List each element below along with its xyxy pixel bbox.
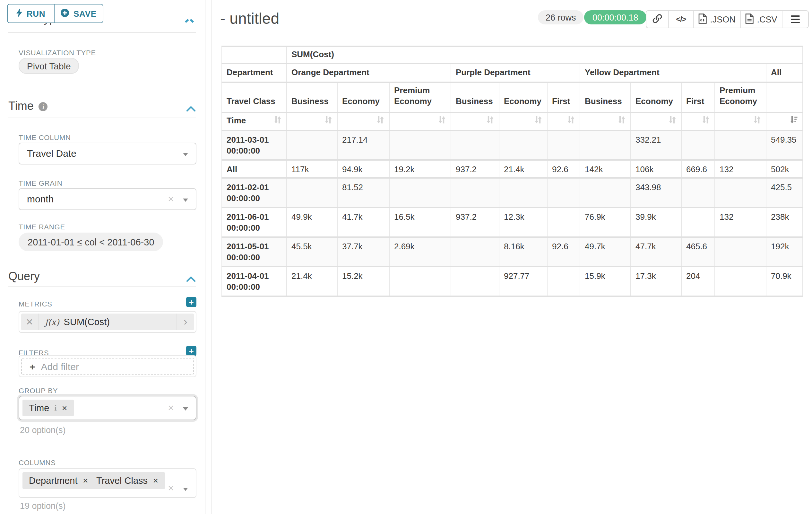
value-cell xyxy=(682,208,715,237)
column-header: Premium Economy xyxy=(715,82,766,112)
value-cell xyxy=(389,267,451,296)
plus-icon: + xyxy=(30,361,35,372)
sort-header-cell[interactable] xyxy=(337,112,389,130)
value-cell: 669.6 xyxy=(682,160,715,178)
group-by-label: GROUP BY xyxy=(19,387,58,395)
sort-header-cell[interactable] xyxy=(451,112,499,130)
value-cell: 132 xyxy=(715,208,766,237)
sort-header-cell[interactable] xyxy=(580,112,631,130)
sort-header-cell[interactable] xyxy=(389,112,451,130)
value-cell: 94.9k xyxy=(337,160,389,178)
info-icon: i xyxy=(39,102,48,111)
section-divider xyxy=(8,286,196,287)
value-cell: 17.3k xyxy=(631,267,682,296)
value-cell: 16.5k xyxy=(389,208,451,237)
columns-tag[interactable]: Travel Class ✕ xyxy=(90,472,165,489)
sort-header-cell[interactable] xyxy=(682,112,715,130)
run-button[interactable]: RUN xyxy=(8,4,55,23)
pivot-table: SUM(Cost)DepartmentOrange DepartmentPurp… xyxy=(222,46,803,297)
add-filter-button[interactable]: + xyxy=(186,346,196,356)
value-cell xyxy=(547,178,580,208)
sort-header-cell[interactable] xyxy=(499,112,547,130)
link-icon xyxy=(652,13,662,25)
column-group-header: All xyxy=(766,63,803,82)
columns-label: COLUMNS xyxy=(19,459,56,466)
remove-tag-icon[interactable]: ✕ xyxy=(153,477,158,484)
sort-icon xyxy=(753,116,761,127)
value-cell: 19.2k xyxy=(389,160,451,178)
row-header: 2011-04-01 00:00:00 xyxy=(222,267,287,296)
export-json-label: .JSON xyxy=(710,15,735,24)
info-icon: i xyxy=(54,403,57,413)
group-by-options-note: 20 option(s) xyxy=(20,425,66,435)
value-cell: 21.4k xyxy=(499,160,547,178)
value-cell: 49.7k xyxy=(580,237,631,267)
table-row: 2011-06-01 00:00:0049.9k41.7k16.5k937.21… xyxy=(222,208,803,237)
chevron-up-icon[interactable] xyxy=(186,273,196,285)
chart-title[interactable]: - untitled xyxy=(220,10,279,28)
value-cell xyxy=(287,130,337,160)
column-header: Economy xyxy=(499,82,547,112)
value-cell xyxy=(451,237,499,267)
value-cell: 41.7k xyxy=(337,208,389,237)
chart-type-collapse-icon[interactable] xyxy=(190,19,194,23)
value-cell: 39.9k xyxy=(631,208,682,237)
caret-down-icon xyxy=(183,407,188,410)
sort-icon xyxy=(702,116,710,127)
time-grain-select[interactable]: month × xyxy=(19,188,196,210)
save-button[interactable]: SAVE xyxy=(55,4,103,23)
add-metric-button[interactable]: + xyxy=(186,297,196,307)
group-by-tag[interactable]: Time i ✕ xyxy=(23,400,74,416)
column-header: Business xyxy=(580,82,631,112)
row-dimension-header: Travel Class xyxy=(222,82,287,112)
sort-desc-icon xyxy=(789,116,798,127)
add-filter-dropzone[interactable]: + Add filter xyxy=(21,358,194,375)
more-options-button[interactable] xyxy=(782,11,808,28)
value-cell: 332.21 xyxy=(631,130,682,160)
value-cell: 70.9k xyxy=(766,267,803,296)
column-group-header: Orange Department xyxy=(287,63,451,82)
value-cell xyxy=(580,130,631,160)
sort-header-cell[interactable] xyxy=(715,112,766,130)
export-json-button[interactable]: .JSON xyxy=(693,11,740,28)
sort-header-cell[interactable] xyxy=(287,112,337,130)
sort-icon xyxy=(567,116,575,127)
sort-header-cell[interactable]: Time xyxy=(222,112,287,130)
pivot-table-container: SUM(Cost)DepartmentOrange DepartmentPurp… xyxy=(222,46,803,297)
sort-header-cell[interactable] xyxy=(547,112,580,130)
plus-circle-icon xyxy=(61,8,70,19)
chevron-right-icon[interactable]: › xyxy=(176,314,194,330)
time-range-value[interactable]: 2011-01-01 ≤ col < 2011-06-30 xyxy=(19,233,163,251)
chevron-up-icon[interactable] xyxy=(186,103,196,114)
filters-control: + Add filter xyxy=(19,355,196,377)
file-csv-icon xyxy=(745,13,754,25)
visualization-type-value[interactable]: Pivot Table xyxy=(19,58,79,74)
value-cell: 76.9k xyxy=(580,208,631,237)
columns-select[interactable]: Department ✕ Travel Class ✕ × xyxy=(19,468,196,498)
metric-pill[interactable]: ✕ ƒ(x) SUM(Cost) › xyxy=(21,314,194,330)
share-link-button[interactable] xyxy=(646,11,668,28)
group-by-select[interactable]: Time i ✕ × xyxy=(19,396,196,420)
lightning-icon xyxy=(17,8,23,19)
remove-tag-icon[interactable]: ✕ xyxy=(62,404,67,412)
view-query-button[interactable]: </> xyxy=(668,11,693,28)
columns-tag[interactable]: Department ✕ xyxy=(23,472,95,489)
metric-name: SUM(Cost) xyxy=(64,317,110,327)
save-button-label: SAVE xyxy=(74,9,96,18)
clear-icon[interactable]: × xyxy=(168,193,174,206)
clear-icon[interactable]: × xyxy=(168,482,174,495)
value-cell xyxy=(451,130,499,160)
column-group-header: Yellow Department xyxy=(580,63,766,82)
row-header: 2011-05-01 00:00:00 xyxy=(222,237,287,267)
sort-header-cell[interactable] xyxy=(766,112,803,130)
value-cell xyxy=(451,178,499,208)
chart-type-collapse-icon[interactable] xyxy=(185,19,189,23)
row-dimension-header: Department xyxy=(222,63,287,82)
export-csv-button[interactable]: .CSV xyxy=(740,11,782,28)
time-column-select[interactable]: Travel Date xyxy=(19,143,196,164)
remove-tag-icon[interactable]: ✕ xyxy=(83,477,89,484)
remove-metric-icon[interactable]: ✕ xyxy=(21,314,38,330)
clear-icon[interactable]: × xyxy=(168,402,174,414)
function-icon: ƒ(x) xyxy=(45,317,59,327)
sort-header-cell[interactable] xyxy=(631,112,682,130)
